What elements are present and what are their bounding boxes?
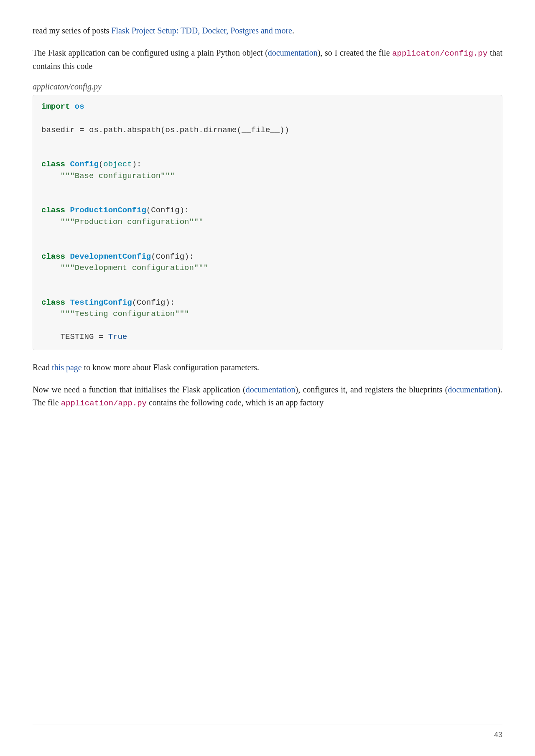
code-name: ProductionConfig [65,206,146,215]
link-documentation-blueprints[interactable]: documentation [448,385,497,394]
code-constant: True [108,332,127,341]
paragraph-app-factory: Now we need a function that initialises … [33,383,502,410]
link-documentation-init[interactable]: documentation [246,385,296,394]
inline-code-config-path: applicaton/config.py [392,49,487,58]
code-keyword: import [41,102,70,111]
footer-divider [33,725,502,725]
link-flask-series[interactable]: Flask Project Setup: TDD, Docker, Postgr… [111,26,292,35]
page-content: read my series of posts Flask Project Se… [0,0,535,410]
code-keyword: class [41,298,65,307]
code-name: TestingConfig [65,298,132,307]
code-indent [41,263,61,272]
code-caption-config: applicaton/config.py [33,82,502,92]
text: Read [33,363,52,372]
text: ), configures it, and registers the blue… [296,385,448,394]
code-name: Config [65,160,99,169]
text: contains the following code, which is an… [147,398,324,407]
text: . [292,26,294,35]
code-indent [41,217,61,227]
code-block-config: import os basedir = os.path.abspath(os.p… [33,95,502,350]
code-text: (Config): [132,298,175,307]
text: read my series of posts [33,26,111,35]
code-line: basedir = os.path.abspath(os.path.dirnam… [41,125,289,135]
code-docstring: """Development configuration""" [61,263,208,272]
code-name: DevelopmentConfig [65,252,151,261]
text: to know more about Flask configuration p… [82,363,259,372]
link-documentation-config-object[interactable]: documentation [268,48,318,57]
code-text: ): [132,160,142,169]
code-keyword: class [41,160,65,169]
code-docstring: """Production configuration""" [61,217,204,227]
code-builtin: object [103,160,132,169]
page-number: 43 [494,731,502,739]
code-docstring: """Testing configuration""" [61,309,189,318]
text: Now we need a function that initialises … [33,385,246,394]
code-indent [41,332,61,341]
code-text: TESTING = [61,332,108,341]
code-name: os [70,102,84,111]
inline-code-app-path: application/app.py [61,399,147,408]
paragraph-intro: read my series of posts Flask Project Se… [33,24,502,37]
code-docstring: """Base configuration""" [61,171,175,181]
text: The Flask application can be configured … [33,48,268,57]
code-text: (Config): [151,252,194,261]
code-keyword: class [41,252,65,261]
paragraph-read-more: Read this page to know more about Flask … [33,361,502,374]
code-keyword: class [41,206,65,215]
link-this-page[interactable]: this page [52,363,82,372]
paragraph-config-intro: The Flask application can be configured … [33,46,502,73]
code-text: (Config): [146,206,189,215]
code-indent [41,171,61,181]
code-indent [41,309,61,318]
code-text: ( [99,160,103,169]
text: ), so I created the file [318,48,392,57]
